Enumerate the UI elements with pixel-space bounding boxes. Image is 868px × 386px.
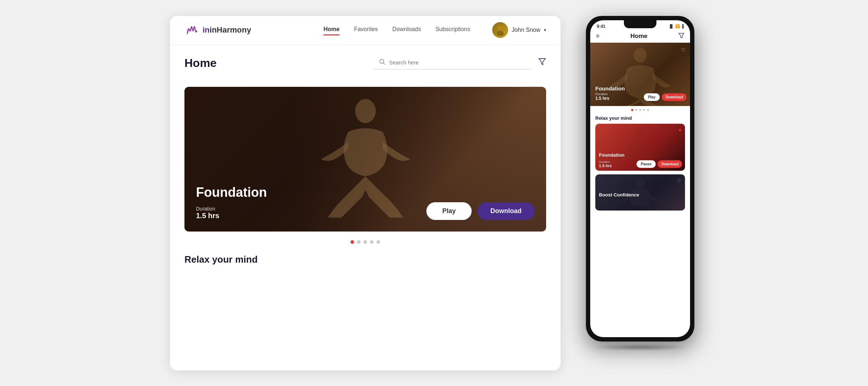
phone-hero-title: Foundation [595,85,625,92]
phone-card-foundation: Foundation Duration 1.5 hrs Pause Downlo… [595,124,685,171]
download-button[interactable]: Download [477,202,535,220]
phone-hero-buttons: Play Download [644,93,686,101]
avatar [492,22,508,38]
phone-card-heart-outline-boost[interactable]: ♡ [677,178,681,183]
svg-point-8 [635,129,645,140]
phone-dot-4[interactable] [643,109,645,111]
dot-4[interactable] [370,240,374,244]
phone-dot-3[interactable] [639,109,641,111]
phone-card-title-boost: Boost Confidence [599,192,639,198]
phone-frame: 9:41 ▐▌ 🛜 ▐ ≡ Home [586,16,694,342]
nav-user[interactable]: John Snow ▾ [492,22,546,38]
header-area: Home [184,56,546,78]
phone-filter-icon[interactable] [678,33,684,39]
phone-navbar: ≡ Home [590,30,690,43]
phone-screen: 9:41 ▐▌ 🛜 ▐ ≡ Home [590,20,690,337]
logo-text: ininHarmony [203,25,251,35]
svg-point-1 [497,31,504,36]
phone-download-button[interactable]: Download [662,93,686,101]
search-icon [379,59,386,67]
phone-card-buttons-foundation: Pause Download [637,160,682,168]
hero-overlay: Foundation Duration 1.5 hrs Play Downloa… [196,185,535,220]
signal-icon: ▐▌ [669,24,674,28]
section-title: Relax your mind [184,254,546,265]
phone-content: Foundation Duration 1.5 hrs Play Downloa… [590,43,690,337]
nav-home[interactable]: Home [323,26,339,34]
phone-dot-5[interactable] [647,109,649,111]
battery-icon: ▐ [681,24,684,28]
phone-hero-duration: Duration 1.5 hrs [595,92,609,101]
wifi-icon: 🛜 [675,24,680,28]
nav-downloads[interactable]: Downloads [392,26,421,34]
status-time: 9:41 [597,24,605,29]
phone-pause-button[interactable]: Pause [637,160,656,168]
phone-nav-title: Home [630,33,647,40]
svg-point-7 [634,48,647,63]
svg-point-9 [636,177,644,187]
dot-3[interactable] [363,240,367,244]
nav-subscriptions[interactable]: Subscriptions [435,26,470,34]
phone-hero-heart-outline[interactable]: ♡ [681,47,686,53]
logo-icon [184,23,199,37]
hero-duration-label: Duration [196,206,267,212]
svg-point-5 [355,99,376,123]
phone-card-heart-filled[interactable]: ♥ [678,127,681,133]
phone-hero-duration-label: Duration [595,92,609,96]
hero-banner: Foundation Duration 1.5 hrs Play Downloa… [184,87,546,232]
search-input[interactable] [373,56,532,69]
svg-marker-4 [539,59,545,65]
desktop-panel: ininHarmony Home Favorites Downloads Sub… [170,16,561,370]
phone-card-bg-foundation: Foundation Duration 1.5 hrs Pause Downlo… [595,124,685,171]
dot-5[interactable] [376,240,380,244]
logo-area: ininHarmony [184,23,251,37]
svg-point-0 [498,26,502,30]
phone-dot-1[interactable] [631,109,633,111]
nav-links: Home Favorites Downloads Subscriptions [323,26,492,34]
phone-section-title: Relax your mind [590,114,690,124]
phone-container: 9:41 ▐▌ 🛜 ▐ ≡ Home [582,16,698,370]
phone-hero: Foundation Duration 1.5 hrs Play Downloa… [590,43,690,106]
phone-card-boost: Boost Confidence ♡ [595,174,685,211]
play-button[interactable]: Play [426,202,472,220]
main-content: Home [170,45,561,370]
phone-shadow [593,344,687,351]
hero-info: Foundation Duration 1.5 hrs [196,185,267,220]
chevron-down-icon: ▾ [544,27,546,33]
phone-card-download-button[interactable]: Download [658,160,682,168]
carousel-dots [184,240,546,244]
phone-card-bg-boost: Boost Confidence ♡ [595,174,685,211]
phone-hero-duration-value: 1.5 hrs [595,96,609,101]
svg-marker-6 [679,33,684,38]
nav-favorites[interactable]: Favorites [354,26,378,34]
phone-notch [624,20,656,28]
status-icons: ▐▌ 🛜 ▐ [669,24,684,28]
desktop-navbar: ininHarmony Home Favorites Downloads Sub… [170,16,561,45]
phone-play-button[interactable]: Play [644,93,660,101]
hero-title: Foundation [196,185,267,200]
search-bar-wrap [373,56,532,69]
hero-buttons: Play Download [426,202,535,220]
hamburger-icon[interactable]: ≡ [596,33,599,39]
phone-card-title-foundation: Foundation [599,152,625,158]
hero-duration-value: 1.5 hrs [196,212,267,220]
search-filter-row [217,56,546,69]
dot-1[interactable] [350,240,354,244]
page-title: Home [184,56,217,70]
dot-2[interactable] [357,240,361,244]
phone-card-duration-foundation: Duration 1.5 hrs [599,160,612,168]
phone-carousel-dots [590,106,690,114]
phone-dot-2[interactable] [635,109,637,111]
svg-line-3 [383,63,385,64]
phone-bottom-bar [590,214,690,229]
user-name: John Snow [512,27,540,33]
filter-icon[interactable] [538,58,546,68]
